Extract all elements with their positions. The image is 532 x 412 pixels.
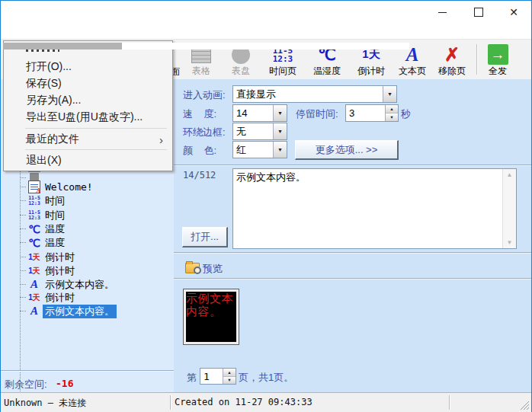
- chevron-down-icon[interactable]: ▼: [273, 105, 287, 121]
- tree-item-time[interactable]: 11-512:3 时间: [1, 209, 67, 222]
- tree-item-countdown[interactable]: 1天 倒计时: [1, 251, 77, 263]
- menu-separator: [25, 149, 167, 150]
- toolbar-button-send-all[interactable]: → 全发: [481, 43, 514, 78]
- preview-header: 预览: [203, 262, 223, 276]
- file-menu-popup: 打开(O)... 保存(S) 另存为(A)... 导出至U盘(用U盘改字)...…: [3, 40, 173, 171]
- chevron-down-icon[interactable]: ▼: [273, 123, 287, 139]
- connection-status: Unknown — 未连接: [4, 397, 86, 410]
- temperature-icon: ℃: [28, 223, 40, 235]
- border-combobox[interactable]: 无 ▼: [232, 123, 287, 140]
- tree-item-welcome[interactable]: A Welcome!: [1, 180, 95, 193]
- sidebar-divider: [1, 370, 174, 371]
- stay-time-spinner[interactable]: 3 ▲ ▼: [345, 104, 399, 122]
- stay-time-label: 停留时间:: [296, 107, 338, 121]
- scroll-up-icon[interactable]: ▲: [503, 169, 516, 180]
- more-options-button[interactable]: 更多选项... >>: [295, 140, 399, 160]
- time-icon: 11-512:3: [28, 196, 40, 206]
- remove-page-icon: ✗: [444, 44, 460, 65]
- close-button[interactable]: ✕: [506, 5, 521, 20]
- temperature-icon: ℃: [28, 237, 40, 249]
- chevron-down-icon[interactable]: ▼: [273, 142, 287, 158]
- countdown-icon: 1天: [28, 266, 40, 276]
- menu-item-export-usb[interactable]: 导出至U盘(用U盘改字)...: [5, 109, 171, 126]
- menu-item-open[interactable]: 打开(O)...: [5, 59, 171, 75]
- led-preview: 示例文本 内容。: [183, 289, 239, 345]
- animation-combobox[interactable]: 直接显示 ▼: [232, 85, 397, 103]
- maximize-icon: [474, 8, 483, 17]
- redaction-bar-gray: [3, 43, 122, 50]
- remaining-space-label: 剩余空间:: [5, 378, 47, 391]
- led-text-line2: 内容。: [186, 305, 236, 318]
- remaining-space-value: -16: [56, 378, 73, 389]
- maximize-button[interactable]: [471, 5, 486, 20]
- tree-item-countdown[interactable]: 1天 倒计时: [1, 264, 77, 277]
- main-panel: 进入动画: 直接显示 ▼ 速 度: 14 ▼ 停留时间: 3 ▲ ▼ 秒 环绕边…: [174, 79, 531, 392]
- toolbar-button-remove-page[interactable]: ✗ 移除页: [432, 43, 472, 78]
- chevron-down-icon[interactable]: ▼: [383, 86, 396, 102]
- time-icon: 11-512:3: [28, 210, 40, 220]
- seconds-unit-label: 秒: [401, 107, 411, 121]
- tree-item-time[interactable]: 11-512:3 时间: [1, 194, 67, 207]
- minimize-button[interactable]: [434, 5, 450, 20]
- menu-item-exit[interactable]: 退出(X): [5, 152, 171, 169]
- tree-item-temperature[interactable]: ℃ 温度: [1, 222, 67, 235]
- menu-item-save-as[interactable]: 另存为(A)...: [5, 92, 171, 109]
- text-icon: A: [30, 278, 38, 291]
- section-divider: [174, 252, 531, 253]
- menu-item-save[interactable]: 保存(S): [5, 75, 171, 92]
- status-bar: Unknown — 未连接 Created on 11-27 09:43:33: [1, 392, 531, 412]
- char-counter: 14/512: [183, 170, 216, 180]
- section-divider: [174, 278, 531, 279]
- notepad-icon: A: [28, 180, 40, 193]
- scroll-down-icon[interactable]: ▼: [503, 237, 516, 248]
- preview-folder-icon: [185, 263, 200, 273]
- tree-item-text[interactable]: A 示例文本内容。: [1, 278, 117, 291]
- page-prefix-label: 第: [187, 371, 197, 385]
- page-spinner[interactable]: 1 ▲ ▼: [200, 368, 236, 385]
- tree-item-text-selected[interactable]: A 示例文本内容。: [1, 305, 117, 318]
- menu-item-recent-files[interactable]: 最近的文件 ›: [5, 131, 171, 148]
- speed-label: 速 度:: [183, 107, 216, 121]
- led-screen: 示例文本 内容。: [186, 292, 236, 342]
- spin-up-icon[interactable]: ▲: [223, 369, 236, 377]
- tree-item-countdown[interactable]: 1天 倒计时: [1, 291, 77, 304]
- animation-label: 进入动画:: [183, 88, 226, 102]
- statusbar-separator: [449, 395, 450, 410]
- minimize-icon: [438, 12, 447, 13]
- countdown-icon: 1天: [28, 252, 40, 263]
- close-icon: ✕: [509, 7, 518, 18]
- led-text-line1: 示例文本: [186, 292, 236, 305]
- redacted-text-remnant: [26, 50, 59, 52]
- spin-down-icon[interactable]: ▼: [223, 377, 236, 385]
- statusbar-separator: [170, 395, 171, 410]
- textarea-scrollbar[interactable]: ▲ ▼: [502, 169, 516, 248]
- speed-combobox[interactable]: 14 ▼: [232, 104, 287, 122]
- redaction-bar-white: [122, 43, 409, 50]
- title-bar: [1, 1, 531, 23]
- spin-down-icon[interactable]: ▼: [386, 113, 398, 121]
- border-label: 环绕边框:: [183, 126, 226, 139]
- menu-bar: [1, 23, 531, 40]
- text-icon: A: [30, 305, 38, 318]
- created-timestamp: Created on 11-27 09:43:33: [175, 397, 312, 407]
- resize-grip[interactable]: [520, 401, 530, 410]
- tree-item-temperature[interactable]: ℃ 温度: [1, 236, 67, 249]
- countdown-icon: 1天: [28, 292, 40, 303]
- toolbar-separator: [476, 44, 477, 75]
- page-count-label: 页，共1页。: [239, 371, 293, 385]
- color-combobox[interactable]: 红 ▼: [232, 141, 287, 158]
- section-divider: [174, 164, 531, 165]
- send-all-icon: →: [488, 44, 508, 65]
- app-window: ✕ 面 表格 表盘 11-512:3 时间页 ℃ 温湿度 1天 倒计时 A: [0, 0, 532, 412]
- spin-up-icon[interactable]: ▲: [386, 105, 398, 113]
- open-button[interactable]: 打开...: [182, 227, 228, 248]
- color-label: 颜 色:: [183, 144, 216, 158]
- submenu-arrow-icon: ›: [159, 133, 163, 146]
- content-textarea[interactable]: 示例文本内容。 ▲ ▼: [232, 168, 517, 249]
- menu-separator: [25, 128, 167, 129]
